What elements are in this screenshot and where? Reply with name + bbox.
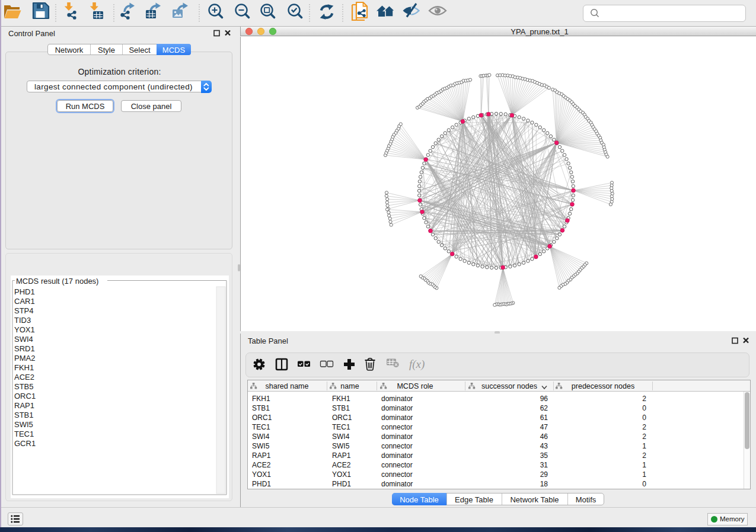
svg-text:f(x): f(x) xyxy=(409,358,425,371)
